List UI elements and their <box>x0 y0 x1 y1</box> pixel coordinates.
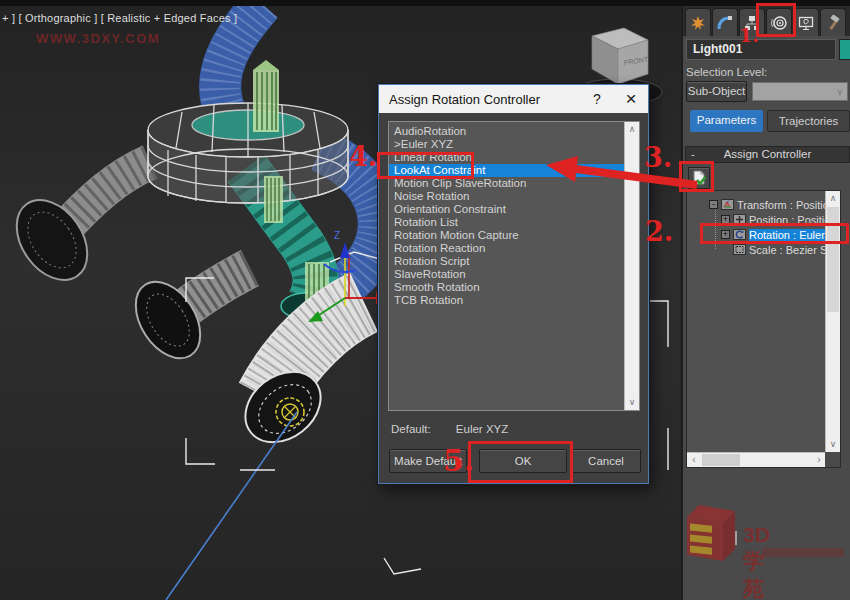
list-item[interactable]: Smooth Rotation <box>389 281 639 294</box>
list-item[interactable]: Motion Clip SlaveRotation <box>389 177 639 190</box>
assign-controller-button[interactable] <box>688 167 710 189</box>
position-controller-icon <box>733 214 746 225</box>
list-item[interactable]: Rotation List <box>389 216 639 229</box>
collapse-icon[interactable]: - <box>691 147 695 162</box>
dialog-titlebar[interactable]: Assign Rotation Controller ? × <box>379 85 648 113</box>
tab-display[interactable] <box>793 8 819 36</box>
tab-utilities[interactable] <box>820 8 846 36</box>
rollout-title: Assign Controller <box>724 148 812 160</box>
utilities-icon <box>825 15 841 31</box>
object-color-swatch[interactable] <box>839 39 850 60</box>
list-item[interactable]: Noise Rotation <box>389 190 639 203</box>
tab-trajectories[interactable]: Trajectories <box>767 110 850 132</box>
list-item[interactable]: Rotation Script <box>389 255 639 268</box>
viewport-label[interactable]: + ] [ Orthographic ] [ Realistic + Edged… <box>2 12 237 24</box>
scale-controller-icon <box>733 244 746 255</box>
tab-create[interactable] <box>685 8 711 36</box>
list-item[interactable]: Rotation Motion Capture <box>389 229 639 242</box>
modify-icon <box>717 15 733 31</box>
tree-vertical-scrollbar[interactable]: ∧ ∨ <box>825 191 840 452</box>
tab-parameters[interactable]: Parameters <box>690 110 763 132</box>
viewport-watermark: WWW.3DXY.COM <box>36 31 160 46</box>
create-icon <box>690 15 706 31</box>
screenshot-root: + ] [ Orthographic ] [ Realistic + Edged… <box>0 0 850 600</box>
scrollbar-thumb[interactable] <box>827 207 839 312</box>
scrollbar-corner <box>825 452 840 467</box>
scrollbar-thumb[interactable] <box>702 454 740 466</box>
default-label: Default: <box>391 423 431 435</box>
list-item[interactable]: SlaveRotation <box>389 268 639 281</box>
ok-button[interactable]: OK <box>479 449 567 473</box>
list-item[interactable]: Rotation Reaction <box>389 242 639 255</box>
list-item[interactable]: Linear Rotation <box>389 151 639 164</box>
tree-row-position[interactable]: + Position : Position <box>721 212 836 227</box>
expand-box-icon[interactable]: + <box>721 215 730 224</box>
rotation-controller-icon <box>733 229 746 240</box>
white-elbow-light[interactable] <box>232 302 364 457</box>
list-item[interactable]: Orientation Constraint <box>389 203 639 216</box>
scroll-up-icon[interactable]: ∧ <box>826 191 840 206</box>
list-item[interactable]: >Euler XYZ <box>389 138 639 151</box>
chevron-down-icon: ∨ <box>836 87 843 97</box>
gizmo-z-label: Z <box>334 230 340 241</box>
cancel-button[interactable]: Cancel <box>571 449 641 473</box>
default-value: Euler XYZ <box>456 423 508 435</box>
expand-box-icon[interactable]: + <box>721 230 730 239</box>
default-row: Default: Euler XYZ <box>391 423 508 435</box>
tab-motion[interactable] <box>766 8 792 36</box>
tree-row-scale[interactable]: Scale : Bezier Sca <box>733 242 839 257</box>
tab-modify[interactable] <box>712 8 738 36</box>
list-item-selected[interactable]: LookAt Constraint <box>389 164 639 177</box>
command-panel: Light001 Selection Level: Sub-Object ∨ P… <box>681 0 850 600</box>
white-ring[interactable] <box>148 103 348 203</box>
motion-icon <box>771 15 787 31</box>
selection-level-label: Selection Level: <box>686 66 767 78</box>
scroll-down-icon[interactable]: ∨ <box>625 395 639 410</box>
scroll-left-icon[interactable]: ‹ <box>687 453 701 467</box>
assign-controller-rollout[interactable]: - Assign Controller <box>685 146 850 163</box>
tree-row-label: Rotation : Euler X <box>749 229 835 241</box>
scroll-down-icon[interactable]: ∨ <box>826 437 840 452</box>
object-name-field[interactable]: Light001 <box>686 39 836 60</box>
make-default-button[interactable]: Make Default <box>389 449 467 473</box>
help-button[interactable]: ? <box>580 85 614 113</box>
sub-object-dropdown[interactable]: ∨ <box>752 82 848 101</box>
tree-row-rotation[interactable]: + Rotation : Euler X <box>721 227 835 242</box>
list-scrollbar[interactable]: ∧ ∨ <box>624 122 639 410</box>
display-icon <box>798 15 814 31</box>
scroll-right-icon[interactable]: › <box>812 453 826 467</box>
tree-horizontal-scrollbar[interactable]: ‹ › <box>687 452 826 467</box>
close-icon[interactable]: × <box>614 85 648 113</box>
assign-controller-icon <box>691 170 707 186</box>
grey-pipe-left[interactable] <box>2 162 150 293</box>
sub-object-button[interactable]: Sub-Object <box>686 81 747 102</box>
list-item[interactable]: AudioRotation <box>389 125 639 138</box>
tree-row-transform[interactable]: - Transform : Position/ <box>709 197 838 212</box>
scroll-up-icon[interactable]: ∧ <box>625 122 639 137</box>
hierarchy-icon <box>744 15 760 31</box>
tab-hierarchy[interactable] <box>739 8 765 36</box>
dialog-title: Assign Rotation Controller <box>379 92 580 107</box>
transform-controller-icon <box>721 199 734 210</box>
controller-list[interactable]: AudioRotation >Euler XYZ Linear Rotation… <box>388 121 640 411</box>
assign-rotation-controller-dialog: Assign Rotation Controller ? × AudioRota… <box>378 84 649 484</box>
controller-tree[interactable]: - Transform : Position/ + Position : Pos… <box>686 190 841 468</box>
top-strip <box>0 0 850 6</box>
tree-row-label: Transform : Position/ <box>737 199 838 211</box>
list-item[interactable]: TCB Rotation <box>389 294 639 307</box>
tree-row-label: Position : Position <box>749 214 836 226</box>
collapse-box-icon[interactable]: - <box>709 200 718 209</box>
